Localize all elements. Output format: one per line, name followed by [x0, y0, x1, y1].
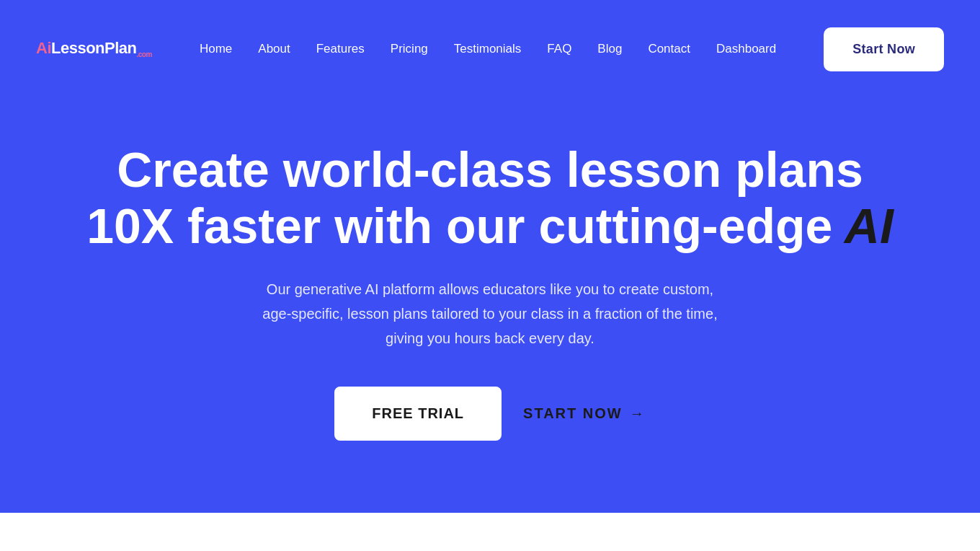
logo-text: AiLessonPlan.com [36, 40, 152, 58]
hero-subheading: Our generative AI platform allows educat… [259, 277, 721, 351]
nav-testimonials[interactable]: Testimonials [454, 42, 522, 56]
lower-section: Features Benefits of AI Lesson Plan [0, 513, 980, 551]
hero-headline-line2: 10X faster with our cutting-edge [86, 198, 832, 253]
hero-cta-container: FREE TRIAL START NOW → [72, 387, 908, 441]
nav-pricing[interactable]: Pricing [391, 42, 428, 56]
nav-dashboard[interactable]: Dashboard [716, 42, 776, 56]
hero-headline: Create world-class lesson plans 10X fast… [72, 141, 908, 254]
arrow-icon: → [630, 405, 646, 422]
hero-headline-ai: AI [832, 198, 893, 253]
logo-ai: Ai [36, 39, 51, 57]
main-nav: Home About Features Pricing Testimonials… [200, 42, 776, 56]
nav-contact[interactable]: Contact [648, 42, 690, 56]
nav-faq[interactable]: FAQ [547, 42, 571, 56]
header-start-now-button[interactable]: Start Now [824, 27, 944, 71]
nav-about[interactable]: About [258, 42, 290, 56]
header: AiLessonPlan.com Home About Features Pri… [0, 0, 980, 98]
logo: AiLessonPlan.com [36, 40, 152, 58]
nav-home[interactable]: Home [200, 42, 232, 56]
nav-features[interactable]: Features [316, 42, 365, 56]
hero-section: Create world-class lesson plans 10X fast… [0, 98, 980, 513]
nav-blog[interactable]: Blog [597, 42, 622, 56]
start-now-link[interactable]: START NOW → [523, 405, 646, 422]
logo-com: .com [136, 50, 151, 58]
free-trial-button[interactable]: FREE TRIAL [334, 387, 502, 441]
start-now-label: START NOW [523, 405, 623, 422]
hero-headline-line1: Create world-class lesson plans [117, 142, 863, 197]
